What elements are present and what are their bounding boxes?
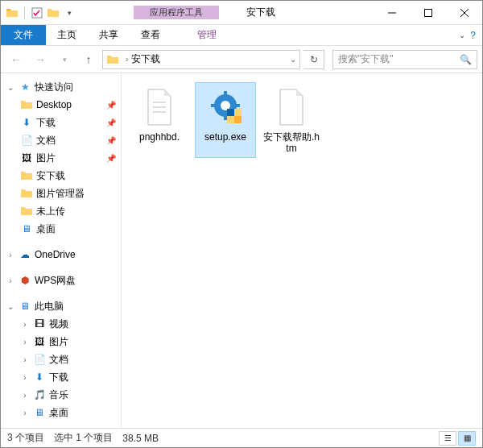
breadcrumb-current[interactable]: 安下载 bbox=[131, 52, 160, 66]
chevron-right-icon[interactable]: › bbox=[20, 338, 30, 346]
star-icon: ★ bbox=[19, 81, 31, 93]
ribbon-tabs: 文件 主页 共享 查看 管理 ⌄ ? bbox=[1, 25, 482, 46]
pin-icon: 📌 bbox=[106, 101, 116, 110]
text-file-icon bbox=[140, 86, 179, 128]
sidebar-this-pc[interactable]: ⌄ 🖥 此电脑 bbox=[1, 297, 121, 315]
status-selection: 选中 1 个项目 bbox=[54, 431, 113, 445]
sidebar-item-pictures2[interactable]: › 🖼 图片 bbox=[1, 333, 121, 351]
chevron-down-icon[interactable]: ⌄ bbox=[6, 83, 15, 92]
sidebar-onedrive[interactable]: › ☁ OneDrive bbox=[1, 246, 121, 263]
checkbox-icon[interactable] bbox=[31, 6, 43, 19]
document-icon: 📄 bbox=[33, 353, 46, 366]
tab-file[interactable]: 文件 bbox=[1, 25, 46, 45]
file-item[interactable]: setup.exe bbox=[196, 83, 255, 157]
cloud-icon: ☁ bbox=[19, 248, 31, 261]
chevron-right-icon[interactable]: › bbox=[6, 276, 15, 285]
sidebar-wps[interactable]: › ⬢ WPS网盘 bbox=[1, 272, 121, 289]
chevron-right-icon[interactable]: › bbox=[20, 355, 30, 364]
svg-rect-12 bbox=[211, 104, 216, 107]
file-label: setup.exe bbox=[204, 131, 246, 143]
exe-file-icon bbox=[206, 86, 245, 128]
close-button[interactable] bbox=[446, 1, 482, 25]
htm-file-icon bbox=[272, 86, 311, 128]
download-icon: ⬇ bbox=[33, 371, 46, 384]
qat-dropdown-icon[interactable]: ▾ bbox=[63, 6, 76, 19]
sidebar-item-anxiazai[interactable]: 安下载 bbox=[1, 167, 121, 185]
desktop-icon: 🖥 bbox=[33, 406, 46, 419]
forward-button[interactable]: → bbox=[30, 49, 51, 70]
sidebar-item-downloads2[interactable]: › ⬇ 下载 bbox=[1, 368, 121, 386]
folder-icon bbox=[20, 205, 33, 218]
ribbon-expand-icon[interactable]: ⌄ bbox=[459, 31, 465, 39]
video-icon: 🎞 bbox=[33, 317, 46, 330]
title-bar: ▾ 应用程序工具 安下载 bbox=[1, 1, 482, 25]
svg-rect-2 bbox=[424, 9, 431, 16]
chevron-right-icon[interactable]: › bbox=[20, 320, 30, 329]
wps-icon: ⬢ bbox=[19, 274, 31, 287]
file-item[interactable]: pnghhbd. bbox=[130, 83, 189, 157]
desktop-icon: 🖥 bbox=[20, 222, 33, 235]
window-controls bbox=[374, 1, 482, 25]
chevron-right-icon[interactable]: › bbox=[20, 409, 30, 417]
folder-small-icon[interactable] bbox=[47, 6, 60, 19]
contextual-header-label: 应用程序工具 bbox=[134, 6, 219, 19]
file-label: pnghhbd. bbox=[139, 131, 180, 143]
details-view-button[interactable]: ☰ bbox=[439, 431, 456, 446]
sidebar-quick-access[interactable]: ⌄ ★ 快速访问 bbox=[1, 78, 121, 96]
file-label: 安下载帮助.htm bbox=[263, 131, 320, 154]
chevron-right-icon[interactable]: › bbox=[20, 373, 30, 382]
refresh-button[interactable]: ↻ bbox=[303, 50, 324, 69]
minimize-button[interactable] bbox=[374, 1, 410, 25]
back-button[interactable]: ← bbox=[6, 49, 27, 70]
content-area: ⌄ ★ 快速访问 Desktop 📌 ⬇ 下载 📌 📄 文档 📌 🖼 图片 📌 … bbox=[1, 73, 482, 428]
chevron-right-icon[interactable]: › bbox=[20, 391, 30, 400]
chevron-right-icon[interactable]: › bbox=[6, 251, 15, 259]
tab-manage[interactable]: 管理 bbox=[186, 25, 228, 45]
sidebar-item-downloads[interactable]: ⬇ 下载 📌 bbox=[1, 114, 121, 131]
breadcrumb-dropdown-icon[interactable]: ⌄ bbox=[290, 55, 296, 64]
folder-icon bbox=[6, 6, 19, 19]
sidebar-item-music[interactable]: › 🎵 音乐 bbox=[1, 386, 121, 404]
help-icon[interactable]: ? bbox=[470, 30, 476, 41]
folder-icon bbox=[106, 53, 119, 66]
status-bar: 3 个项目 选中 1 个项目 38.5 MB ☰ ▦ bbox=[1, 428, 482, 447]
sidebar-item-videos[interactable]: › 🎞 视频 bbox=[1, 315, 121, 333]
breadcrumb[interactable]: › 安下载 ⌄ bbox=[102, 50, 300, 69]
sidebar-item-pictures[interactable]: 🖼 图片 📌 bbox=[1, 149, 121, 167]
svg-rect-11 bbox=[224, 115, 227, 120]
sidebar-item-desktop3[interactable]: › 🖥 桌面 bbox=[1, 404, 121, 421]
sidebar-item-notuploaded[interactable]: 未上传 bbox=[1, 202, 121, 220]
sidebar-item-desktop[interactable]: Desktop 📌 bbox=[1, 96, 121, 114]
maximize-button[interactable] bbox=[410, 1, 446, 25]
search-placeholder: 搜索"安下载" bbox=[338, 52, 394, 66]
chevron-right-icon[interactable]: › bbox=[126, 55, 128, 64]
sidebar-item-documents[interactable]: 📄 文档 📌 bbox=[1, 131, 121, 149]
search-icon[interactable]: 🔍 bbox=[460, 54, 472, 65]
tab-share[interactable]: 共享 bbox=[88, 25, 130, 45]
file-item[interactable]: 安下载帮助.htm bbox=[262, 83, 321, 157]
quick-access-toolbar: ▾ bbox=[1, 6, 76, 19]
sidebar-item-desktop2[interactable]: 🖥 桌面 bbox=[1, 220, 121, 238]
file-pane[interactable]: pnghhbd. setup.exe bbox=[122, 73, 482, 428]
folder-icon bbox=[20, 98, 33, 111]
recent-dropdown-icon[interactable]: ▾ bbox=[54, 49, 75, 70]
pictures-icon: 🖼 bbox=[33, 335, 46, 348]
status-size: 38.5 MB bbox=[122, 433, 159, 444]
music-icon: 🎵 bbox=[33, 388, 46, 401]
tab-home[interactable]: 主页 bbox=[46, 25, 88, 45]
search-input[interactable]: 搜索"安下载" 🔍 bbox=[332, 50, 477, 69]
svg-rect-10 bbox=[224, 91, 227, 96]
tab-view[interactable]: 查看 bbox=[130, 25, 171, 45]
sidebar-item-documents2[interactable]: › 📄 文档 bbox=[1, 351, 121, 368]
sidebar-item-picmanager[interactable]: 图片管理器 bbox=[1, 185, 121, 202]
up-button[interactable]: ↑ bbox=[78, 49, 99, 70]
pin-icon: 📌 bbox=[106, 118, 116, 127]
pin-icon: 📌 bbox=[106, 136, 116, 145]
navigation-pane: ⌄ ★ 快速访问 Desktop 📌 ⬇ 下载 📌 📄 文档 📌 🖼 图片 📌 … bbox=[1, 73, 122, 428]
ribbon-right: ⌄ ? bbox=[459, 25, 482, 45]
folder-icon bbox=[20, 169, 33, 182]
pin-icon: 📌 bbox=[106, 154, 116, 163]
chevron-down-icon[interactable]: ⌄ bbox=[6, 302, 15, 311]
icons-view-button[interactable]: ▦ bbox=[458, 431, 476, 446]
document-icon: 📄 bbox=[20, 134, 33, 147]
